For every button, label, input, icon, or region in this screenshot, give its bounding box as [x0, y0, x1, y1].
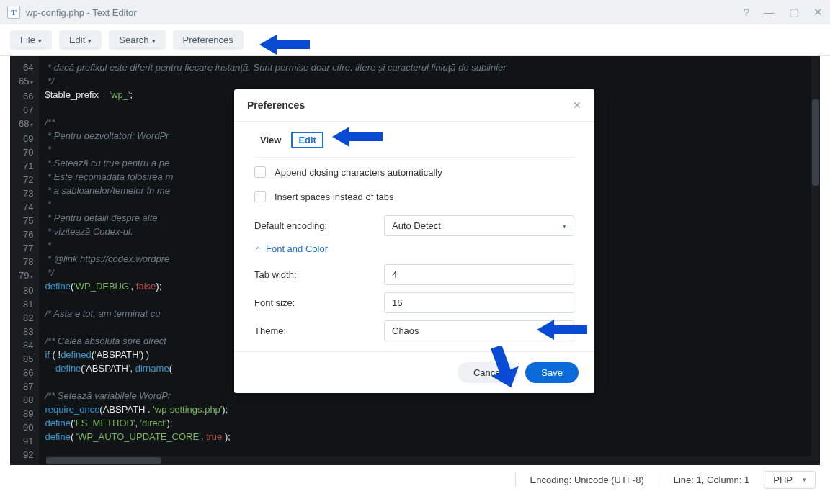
dialog-tabs: View Edit — [254, 132, 574, 158]
status-position: Line: 1, Column: 1 — [674, 474, 750, 485]
row-default-encoding: Default encoding: Auto Detect ▾ — [254, 215, 574, 236]
preferences-dialog: Preferences ✕ View Edit Append closing c… — [234, 89, 594, 393]
caret-down-icon: ▾ — [38, 37, 42, 45]
caret-down-icon: ▾ — [88, 37, 92, 45]
option-insert-spaces[interactable]: Insert spaces instead of tabs — [254, 191, 574, 202]
option-append-closing[interactable]: Append closing characters automatically — [254, 166, 574, 178]
checkbox[interactable] — [254, 191, 266, 202]
language-value: PHP — [773, 474, 793, 485]
edit-menu[interactable]: Edit▾ — [59, 30, 102, 50]
row-tab-width: Tab width: 4 — [254, 264, 574, 285]
annotation-arrow — [332, 127, 383, 147]
status-bar: Encoding: Unicode (UTF-8) Line: 1, Colum… — [0, 465, 830, 494]
tab-edit[interactable]: Edit — [291, 132, 323, 148]
scrollbar-thumb[interactable] — [46, 457, 161, 464]
dialog-body: View Edit Append closing characters auto… — [234, 122, 594, 351]
divider — [659, 472, 659, 487]
select-value: Chaos — [392, 325, 419, 336]
horizontal-scrollbar[interactable] — [46, 456, 811, 465]
close-icon[interactable]: ✕ — [813, 6, 823, 19]
select-value: Auto Detect — [392, 220, 441, 231]
row-font-size: Font size: 16 — [254, 292, 574, 313]
annotation-arrow — [259, 35, 310, 55]
search-menu[interactable]: Search▾ — [109, 30, 165, 50]
scrollbar-thumb[interactable] — [812, 99, 819, 186]
dialog-title: Preferences — [247, 99, 305, 111]
input-tab-width[interactable]: 4 — [384, 264, 574, 285]
vertical-scrollbar[interactable] — [811, 56, 820, 465]
label-theme: Theme: — [254, 325, 384, 336]
row-theme: Theme: Chaos ▾ — [254, 320, 574, 341]
caret-down-icon: ▾ — [152, 37, 156, 45]
window-controls: ? — ▢ ✕ — [744, 6, 823, 19]
app-icon: T — [7, 6, 20, 19]
line-gutter: 6364656667686970717273747576777879808182… — [10, 56, 39, 465]
dialog-header: Preferences ✕ — [234, 89, 594, 122]
checkbox-label: Insert spaces instead of tabs — [275, 192, 393, 202]
caret-down-icon: ▾ — [803, 476, 806, 483]
annotation-arrow — [537, 320, 587, 340]
window-title: wp-config.php - Text Editor — [26, 7, 137, 18]
toolbar: File▾ Edit▾ Search▾ Preferences — [0, 24, 830, 56]
section-font-and-color[interactable]: Font and Color — [254, 243, 574, 254]
close-icon[interactable]: ✕ — [573, 99, 581, 111]
checkbox[interactable] — [254, 166, 266, 178]
file-menu[interactable]: File▾ — [10, 30, 52, 50]
select-default-encoding[interactable]: Auto Detect ▾ — [384, 215, 574, 236]
preferences-button[interactable]: Preferences — [173, 30, 244, 50]
label-tab-width: Tab width: — [254, 269, 384, 280]
checkbox-label: Append closing characters automatically — [275, 167, 442, 178]
help-icon[interactable]: ? — [744, 6, 749, 19]
minimize-icon[interactable]: — — [764, 6, 775, 19]
input-font-size[interactable]: 16 — [384, 292, 574, 313]
tab-view[interactable]: View — [254, 132, 287, 148]
divider — [515, 472, 516, 487]
caret-down-icon: ▾ — [563, 222, 566, 230]
titlebar: T wp-config.php - Text Editor ? — ▢ ✕ — [0, 0, 830, 24]
language-select[interactable]: PHP ▾ — [764, 471, 816, 489]
maximize-icon[interactable]: ▢ — [789, 6, 799, 19]
status-encoding: Encoding: Unicode (UTF-8) — [530, 474, 644, 485]
save-button[interactable]: Save — [525, 362, 579, 383]
label-font-size: Font size: — [254, 297, 384, 308]
dialog-footer: Cancel Save — [234, 351, 594, 393]
annotation-arrow — [486, 346, 522, 389]
label-default-encoding: Default encoding: — [254, 220, 384, 231]
